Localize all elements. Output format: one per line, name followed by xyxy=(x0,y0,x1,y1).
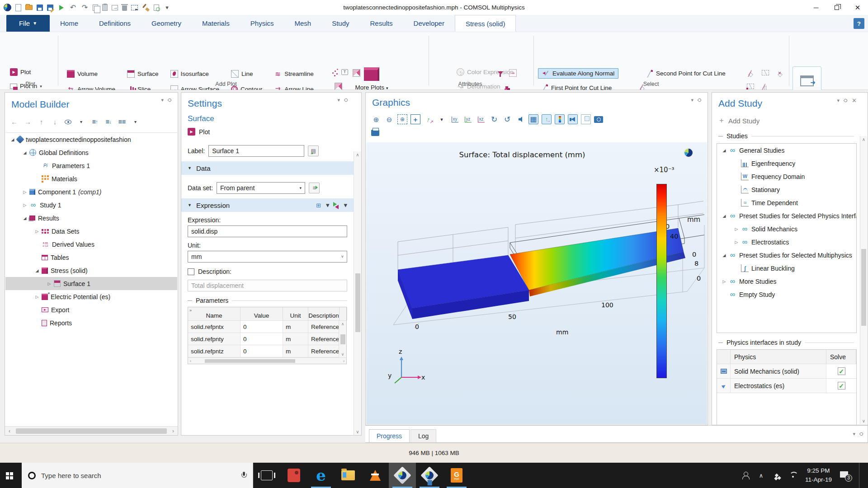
move-up-icon[interactable] xyxy=(38,118,45,126)
pin-icon[interactable] xyxy=(698,98,702,103)
expression-input[interactable]: solid.disp xyxy=(188,225,347,237)
data-section-header[interactable]: ▼ Data xyxy=(181,161,354,175)
add-plot-button-line[interactable]: Line xyxy=(231,70,262,78)
evaluate-along-normal-button[interactable]: Evaluate Along Normal xyxy=(538,68,618,79)
expander-icon[interactable]: ◢ xyxy=(720,148,729,153)
expander-icon[interactable]: ▷ xyxy=(720,279,729,284)
panel-menu-icon[interactable]: ▾ xyxy=(161,97,164,103)
scroll-thumb[interactable] xyxy=(16,428,167,434)
tree-item-reports[interactable]: Reports xyxy=(5,316,177,329)
expander-icon[interactable]: ▷ xyxy=(732,227,741,231)
expander-icon[interactable]: ▷ xyxy=(20,203,29,207)
add-study-scrollbar[interactable]: ∧ ∨ xyxy=(860,136,867,424)
plot-button[interactable]: Plot xyxy=(10,68,31,76)
panel-menu-icon[interactable]: ▾ xyxy=(337,97,340,103)
close-button[interactable]: ✕ xyxy=(847,0,868,15)
physics-row-solid-mechanics[interactable]: Solid Mechanics (solid) ✓ xyxy=(717,364,856,379)
ribbon-tab[interactable]: Home xyxy=(50,15,89,32)
study-tree-item-study[interactable]: ◢ General Studies xyxy=(717,144,856,157)
run-icon[interactable] xyxy=(57,4,65,11)
copy-icon[interactable] xyxy=(93,5,98,11)
go-to-yz-view-icon[interactable] xyxy=(463,114,473,124)
height-expression-icon[interactable] xyxy=(315,202,322,209)
transparency-icon[interactable] xyxy=(581,114,591,124)
rotate-clockwise-icon[interactable] xyxy=(489,114,499,124)
bottom-tab[interactable]: Progress xyxy=(369,429,410,442)
new-file-icon[interactable] xyxy=(15,4,21,11)
study-tree-item-study[interactable]: Empty Study xyxy=(717,288,856,301)
scroll-right-icon[interactable]: › xyxy=(169,428,178,434)
show-icon[interactable] xyxy=(65,120,71,124)
ribbon-tab[interactable]: Physics xyxy=(240,15,284,32)
tree-item-materials[interactable]: Materials xyxy=(5,172,177,185)
show-desktop-button[interactable] xyxy=(859,463,862,488)
save-as-icon[interactable] xyxy=(47,5,53,11)
expander-icon[interactable]: ◢ xyxy=(720,253,729,258)
expression-section-header[interactable]: ▼ Expression ▾ ▾ xyxy=(181,198,354,212)
nav-back-icon[interactable] xyxy=(10,118,18,126)
microphone-icon[interactable] xyxy=(241,472,246,479)
dropbox-icon[interactable] xyxy=(773,472,781,479)
study-tree-item-stationary[interactable]: Stationary xyxy=(717,183,856,196)
go-to-xz-view-icon[interactable] xyxy=(476,114,486,124)
tree-options-icon[interactable] xyxy=(118,118,126,126)
file-menu-button[interactable]: File▼ xyxy=(6,15,50,32)
expander-icon[interactable]: ▷ xyxy=(20,190,29,194)
color-legend-icon[interactable] xyxy=(555,114,565,124)
table-vertical-scrollbar[interactable]: ∧∨ xyxy=(339,321,346,357)
scene-light-icon[interactable] xyxy=(515,114,525,124)
clear-selection-icon[interactable] xyxy=(776,70,784,78)
pin-icon[interactable] xyxy=(844,99,848,103)
study-tree-item-study[interactable]: ◢ Preset Studies for Selected Multiphysi… xyxy=(717,249,856,262)
expander-icon[interactable]: ◢ xyxy=(720,214,729,218)
add-plot-button-surface[interactable]: Surface xyxy=(127,70,159,78)
settings-plot-button[interactable]: Plot xyxy=(188,128,210,136)
pin-icon[interactable] xyxy=(168,98,172,103)
add-plot-button-streamline[interactable]: Streamline xyxy=(274,70,314,78)
restore-button[interactable] xyxy=(826,0,847,15)
taskbar-app-foxit[interactable] xyxy=(443,463,470,488)
pin-icon[interactable] xyxy=(859,432,864,436)
show-dropdown-icon[interactable] xyxy=(77,118,85,126)
label-input[interactable]: Surface 1 xyxy=(208,145,304,157)
delete-icon[interactable] xyxy=(122,5,127,11)
default-view-icon[interactable] xyxy=(424,114,434,124)
expander-icon[interactable]: ▷ xyxy=(33,295,42,299)
unit-select[interactable]: mm˅ xyxy=(188,251,347,263)
table-horizontal-scrollbar[interactable]: ‹› xyxy=(188,357,346,364)
speaker-icon[interactable] xyxy=(568,114,578,124)
ribbon-tab[interactable]: Developer xyxy=(403,15,455,32)
tree-item-data-sets[interactable]: ▷ Data Sets xyxy=(5,225,177,238)
collapse-all-icon[interactable] xyxy=(91,118,99,126)
taskbar-app-vlc[interactable] xyxy=(362,463,389,488)
add-study-button[interactable]: + Add Study xyxy=(719,116,760,125)
study-tree-item-study[interactable]: ▷ Electrostatics xyxy=(717,235,856,249)
zoom-in-icon[interactable] xyxy=(371,114,381,124)
settings-vertical-scrollbar[interactable]: ∧ ∨ xyxy=(354,151,361,435)
parameter-row[interactable]: solid.refpntz 0 m Reference xyxy=(188,345,346,357)
select-box-dot-icon[interactable] xyxy=(747,84,754,89)
zoom-selection-icon[interactable] xyxy=(154,5,159,11)
color-expression-button[interactable]: Color Expression xyxy=(457,68,514,76)
tree-item-global-definitions[interactable]: ◢ Global Definitions xyxy=(5,146,177,159)
filter-icon[interactable] xyxy=(496,69,504,77)
tray-up-icon[interactable] xyxy=(757,472,765,479)
move-node-icon[interactable] xyxy=(112,5,118,10)
study-tree-item-study[interactable]: ▷ Solid Mechanics xyxy=(717,222,856,235)
go-to-xy-view-icon[interactable] xyxy=(450,114,460,124)
add-plot-button-isosurface[interactable]: Isosurface xyxy=(170,70,220,78)
tree-item-derived-values[interactable]: Derived Values xyxy=(5,238,177,251)
histogram-icon[interactable] xyxy=(335,83,342,90)
tree-item-component[interactable]: ▷ Component 1 (comp1) xyxy=(5,185,177,198)
solve-checkbox[interactable]: ✓ xyxy=(838,382,845,389)
taskbar-app-file-explorer[interactable] xyxy=(335,463,362,488)
taskbar-app-task-view[interactable] xyxy=(253,463,280,488)
action-center-icon[interactable]: 3 xyxy=(840,471,849,479)
save-icon[interactable] xyxy=(37,5,43,11)
expander-icon[interactable]: ▷ xyxy=(45,282,54,286)
wifi-icon[interactable] xyxy=(789,472,797,478)
tree-item-model-root[interactable]: ◢ twoplatesconnectedinoppositefashion xyxy=(5,133,177,146)
expander-icon[interactable]: ◢ xyxy=(20,150,29,155)
plot-viewport[interactable]: Surface: Total displacement (mm) xyxy=(366,142,707,424)
expander-icon[interactable]: ◢ xyxy=(20,216,29,221)
